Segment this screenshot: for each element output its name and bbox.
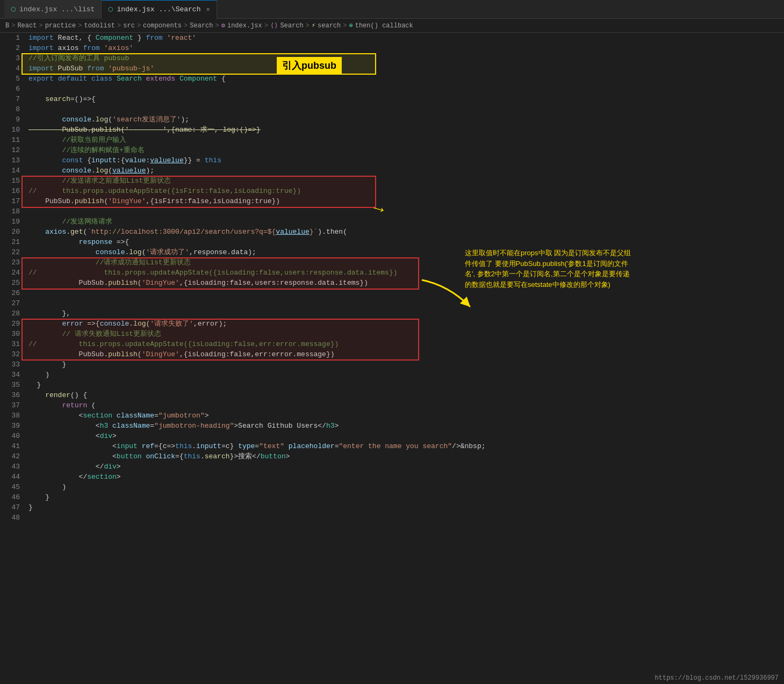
code-line: // this.props.updateAppState({isFirst:fa… <box>28 186 784 196</box>
code-line: console.log('请求成功了',response.data); <box>28 247 784 257</box>
code-line: response =>{ <box>28 237 784 247</box>
code-line: //连续的解构赋值+重命名 <box>28 145 784 155</box>
code-line: //发送网络请求 <box>28 217 784 227</box>
footer-url: https://blog.csdn.net/l529936997 <box>650 672 784 684</box>
code-line <box>28 298 784 308</box>
code-line: search=()=>{ <box>28 94 784 104</box>
code-line: console.log(valuelue); <box>28 165 784 176</box>
code-content: import React, { Component } from 'react'… <box>24 33 784 523</box>
code-line <box>28 104 784 114</box>
close-icon[interactable]: ✕ <box>206 5 210 13</box>
code-line: </div> <box>28 462 784 472</box>
code-line: } <box>28 380 784 390</box>
code-line: PubSub.publish('DingYue',{isLoading:fals… <box>28 278 784 288</box>
code-line: <section className="jumbotron"> <box>28 411 784 421</box>
code-line: }, <box>28 308 784 319</box>
editor-window: ⬡ index.jsx ...\list ⬡ index.jsx ...\Sea… <box>0 0 784 523</box>
tab-label-active: index.jsx ...\Search <box>117 5 200 13</box>
code-line: // this.props.updateAppState({isLoading:… <box>28 268 784 278</box>
code-line: // this.props.updateAppState({isLoading:… <box>28 339 784 349</box>
code-editor: 12345 678910 1112131415 1617181920 21222… <box>0 33 784 523</box>
annotation-pubsub: 引入pubsub <box>277 57 342 74</box>
code-line: } <box>28 359 784 370</box>
code-line: ) <box>28 482 784 492</box>
code-line: <div> <box>28 431 784 441</box>
jsx-icon: ⬡ <box>11 6 16 13</box>
jsx-icon-active: ⬡ <box>108 6 113 13</box>
tab-list[interactable]: ⬡ index.jsx ...\list <box>4 0 102 19</box>
code-line <box>28 288 784 298</box>
code-line: ) <box>28 370 784 380</box>
code-line: return ( <box>28 400 784 411</box>
code-line: PubSub.publish('DingYue',{isLoading:fals… <box>28 349 784 359</box>
code-line: //获取当前用户输入 <box>28 135 784 145</box>
arrow-2 <box>416 275 481 321</box>
code-line: } <box>28 492 784 502</box>
code-line: PubSub.publish('DingYue',{isFirst:false,… <box>28 196 784 206</box>
code-line: import axios from 'axios' <box>28 43 784 53</box>
code-line: export default class Search extends Comp… <box>28 74 784 84</box>
code-line: <input ref={c=>this.inputt=c} type="text… <box>28 441 784 451</box>
code-line <box>28 513 784 523</box>
code-line: error =>{console.log('请求失败了',error); <box>28 319 784 329</box>
code-line: <button onClick={this.search}>搜索</button… <box>28 451 784 462</box>
code-line: //引入订阅发布的工具 pubsub <box>28 53 784 63</box>
code-line <box>28 206 784 217</box>
code-line: //请求成功通知List更新状态 <box>28 257 784 268</box>
code-line: // 请求失败通知List更新状态 <box>28 329 784 339</box>
tab-search[interactable]: ⬡ index.jsx ...\Search ✕ <box>102 0 217 19</box>
code-line: PubSub.publish('--------',{name: 求一, log… <box>28 125 784 135</box>
breadcrumb: B > React > practice > todolist > src > … <box>0 19 784 33</box>
code-line: <h3 className="jumbotron-heading">Search… <box>28 421 784 431</box>
code-line: import React, { Component } from 'react' <box>28 33 784 43</box>
code-line: console.log('search发送消息了'); <box>28 114 784 125</box>
tab-label: index.jsx ...\list <box>19 5 95 13</box>
side-note: 这里取值时不能在props中取 因为是订阅发布不是父组件传值了 要使用PubSu… <box>465 248 631 290</box>
arrow-svg <box>416 275 481 318</box>
code-line: render() { <box>28 390 784 400</box>
code-line <box>28 84 784 94</box>
code-line: import PubSub from 'pubsub-js' <box>28 63 784 74</box>
title-bar: ⬡ index.jsx ...\list ⬡ index.jsx ...\Sea… <box>0 0 784 19</box>
code-line: </section> <box>28 472 784 482</box>
code-line: const {inputt:{value:valuelue}} = this <box>28 155 784 165</box>
line-numbers: 12345 678910 1112131415 1617181920 21222… <box>0 33 24 523</box>
code-line: axios.get(`http://localhost:3000/api2/se… <box>28 227 784 237</box>
code-line: //发送请求之前通知List更新状态 <box>28 176 784 186</box>
code-line: } <box>28 502 784 513</box>
